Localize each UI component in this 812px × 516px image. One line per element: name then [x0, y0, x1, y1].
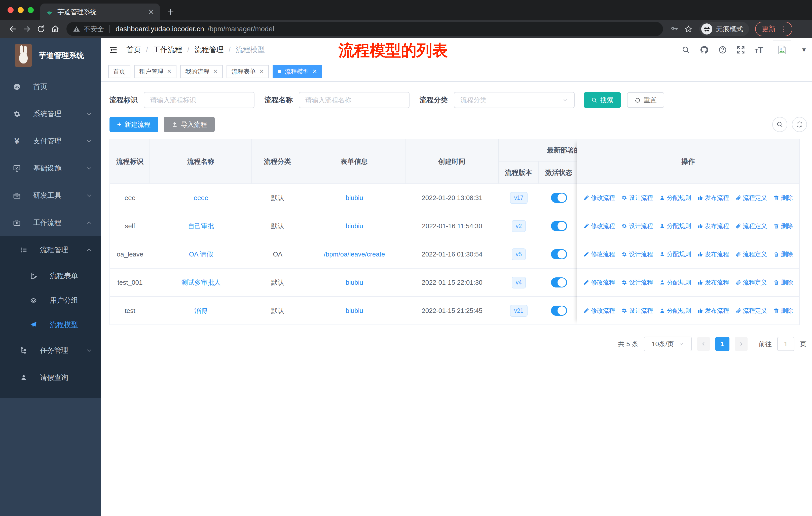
version-badge[interactable]: v4 [512, 277, 526, 289]
form-link[interactable]: biubiu [346, 307, 363, 315]
import-process-button[interactable]: 导入流程 [164, 117, 215, 132]
op-thumb-link[interactable]: 发布流程 [697, 222, 729, 230]
form-link[interactable]: /bpm/oa/leave/create [324, 250, 385, 258]
op-thumb-link[interactable]: 发布流程 [697, 278, 729, 287]
op-clip-link[interactable]: 流程定义 [735, 307, 767, 315]
minimize-window-button[interactable] [18, 7, 24, 13]
font-size-icon[interactable]: TT [755, 45, 763, 55]
forward-icon[interactable] [21, 24, 33, 33]
back-icon[interactable] [7, 24, 19, 33]
next-page-button[interactable] [735, 337, 748, 351]
breadcrumb-workflow[interactable]: 工作流程 [153, 45, 182, 55]
op-trash-link[interactable]: 删除 [773, 194, 793, 202]
github-icon[interactable] [700, 45, 709, 54]
sidebar-item-home[interactable]: 首页 [0, 73, 101, 100]
filter-name-input[interactable] [299, 92, 409, 108]
page-size-select[interactable]: 10条/页 [644, 336, 692, 351]
version-badge[interactable]: v2 [512, 220, 526, 232]
process-name-link[interactable]: 滔博 [195, 306, 208, 315]
active-toggle[interactable] [551, 306, 567, 316]
form-link[interactable]: biubiu [346, 194, 363, 202]
prev-page-button[interactable] [697, 337, 710, 351]
op-clip-link[interactable]: 流程定义 [735, 250, 767, 258]
search-icon[interactable] [682, 46, 690, 54]
op-trash-link[interactable]: 删除 [773, 307, 793, 315]
home-icon[interactable] [49, 25, 61, 33]
create-process-button[interactable]: +新建流程 [110, 117, 158, 132]
tag-process-form[interactable]: 流程表单✕ [227, 65, 269, 78]
active-toggle[interactable] [551, 193, 567, 203]
op-gear-link[interactable]: 设计流程 [621, 222, 653, 230]
op-trash-link[interactable]: 删除 [773, 250, 793, 258]
op-clip-link[interactable]: 流程定义 [735, 278, 767, 287]
sidebar-item-payment[interactable]: ¥ 支付管理 [0, 128, 101, 155]
op-gear-link[interactable]: 设计流程 [621, 250, 653, 258]
sidebar-item-infra[interactable]: 基础设施 [0, 155, 101, 182]
help-icon[interactable] [718, 46, 727, 54]
key-icon[interactable] [669, 25, 680, 33]
reset-button[interactable]: 重置 [627, 92, 664, 108]
active-toggle[interactable] [551, 277, 567, 288]
close-icon[interactable]: ✕ [167, 68, 171, 75]
goto-page-input[interactable] [777, 337, 794, 351]
op-thumb-link[interactable]: 发布流程 [697, 307, 729, 315]
tag-tenant[interactable]: 租户管理✕ [134, 65, 176, 78]
sidebar-item-system[interactable]: 系统管理 [0, 100, 101, 128]
process-name-link[interactable]: eeee [194, 194, 208, 202]
reload-icon[interactable] [35, 25, 47, 33]
form-link[interactable]: biubiu [346, 279, 363, 287]
bookmark-star-icon[interactable] [683, 25, 694, 33]
process-name-link[interactable]: OA 请假 [189, 250, 213, 259]
op-clip-link[interactable]: 流程定义 [735, 194, 767, 202]
op-trash-link[interactable]: 删除 [773, 278, 793, 287]
tab-close-icon[interactable]: ✕ [148, 7, 154, 17]
browser-update-button[interactable]: 更新 ⋮ [755, 22, 792, 36]
op-clip-link[interactable]: 流程定义 [735, 222, 767, 230]
filter-id-input[interactable] [144, 92, 255, 108]
sidebar-item-process-mgmt[interactable]: 流程管理 [0, 236, 101, 264]
current-page[interactable]: 1 [715, 337, 729, 351]
version-badge[interactable]: v17 [510, 192, 527, 204]
op-user-link[interactable]: 分配规则 [659, 278, 691, 287]
refresh-icon[interactable] [792, 117, 807, 132]
breadcrumb-process-mgmt[interactable]: 流程管理 [194, 45, 224, 55]
browser-tab[interactable]: 芋道管理系统 ✕ [40, 3, 160, 20]
process-name-link[interactable]: 自己审批 [188, 222, 214, 230]
process-name-link[interactable]: 测试多审批人 [181, 278, 221, 287]
sidebar-item-user-group[interactable]: 用户分组 [0, 288, 101, 313]
sidebar-item-devtools[interactable]: 研发工具 [0, 182, 101, 209]
form-link[interactable]: biubiu [346, 222, 363, 230]
search-button[interactable]: 搜索 [584, 92, 621, 108]
op-user-link[interactable]: 分配规则 [659, 250, 691, 258]
sidebar-item-process-form[interactable]: 流程表单 [0, 264, 101, 288]
window-controls[interactable] [7, 7, 34, 13]
address-bar[interactable]: 不安全 dashboard.yudao.iocoder.cn/bpm/manag… [66, 22, 663, 36]
op-pencil-link[interactable]: 修改流程 [583, 278, 615, 287]
tag-home[interactable]: 首页 [108, 65, 130, 78]
close-icon[interactable]: ✕ [312, 68, 317, 75]
breadcrumb-home[interactable]: 首页 [126, 45, 141, 55]
avatar[interactable] [773, 40, 791, 59]
op-trash-link[interactable]: 删除 [773, 222, 793, 230]
op-thumb-link[interactable]: 发布流程 [697, 194, 729, 202]
version-badge[interactable]: v5 [512, 248, 526, 260]
sidebar-item-task-mgmt[interactable]: 任务管理 [0, 337, 101, 364]
op-pencil-link[interactable]: 修改流程 [583, 250, 615, 258]
op-gear-link[interactable]: 设计流程 [621, 278, 653, 287]
avatar-caret-icon[interactable]: ▼ [801, 46, 807, 53]
collapse-sidebar-icon[interactable] [108, 45, 118, 55]
active-toggle[interactable] [551, 221, 567, 231]
op-thumb-link[interactable]: 发布流程 [697, 250, 729, 258]
zoom-window-button[interactable] [28, 7, 34, 13]
op-user-link[interactable]: 分配规则 [659, 194, 691, 202]
filter-category-select[interactable]: 流程分类 [454, 92, 575, 108]
sidebar-item-process-model[interactable]: 流程模型 [0, 313, 101, 337]
op-gear-link[interactable]: 设计流程 [621, 194, 653, 202]
active-toggle[interactable] [551, 249, 567, 259]
version-badge[interactable]: v21 [510, 305, 527, 317]
tag-process-model[interactable]: 流程模型✕ [272, 65, 322, 78]
close-icon[interactable]: ✕ [213, 68, 218, 75]
sidebar-item-leave-query[interactable]: 请假查询 [0, 364, 101, 391]
op-pencil-link[interactable]: 修改流程 [583, 194, 615, 202]
close-icon[interactable]: ✕ [259, 68, 264, 75]
